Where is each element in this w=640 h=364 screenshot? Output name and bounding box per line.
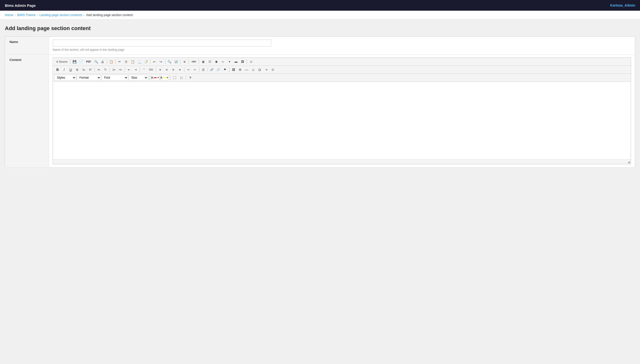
show-blocks-button[interactable]: ▢ — [178, 75, 185, 80]
smiley-button[interactable]: ☺ — [250, 67, 256, 72]
breadcrumb: Home › BIMS Theme › Landing page section… — [0, 11, 640, 20]
sep-r2-4 — [140, 67, 140, 72]
format-dropdown[interactable]: Format — [77, 75, 101, 80]
print-button[interactable]: 🖨 — [100, 59, 106, 64]
horizontal-rule-button[interactable]: — — [244, 67, 250, 72]
topbar: Bims Admin Page Kartoza_Admin — [0, 0, 640, 11]
source-button[interactable]: ⊙ Source — [54, 59, 69, 64]
iframe-button[interactable]: ⊡ — [270, 67, 276, 72]
table-button[interactable]: ⊞ — [237, 67, 243, 72]
outdent-button[interactable]: ⇤ — [126, 67, 132, 72]
editor-area[interactable] — [53, 82, 631, 160]
link-button[interactable]: 🔗 — [209, 67, 215, 72]
sep-dd-3 — [186, 75, 186, 80]
checkbox-button[interactable]: ☑ — [207, 59, 213, 64]
radio-button[interactable]: ◉ — [213, 59, 220, 64]
highlight-button[interactable]: ✏ — [96, 67, 102, 72]
ordered-list-button[interactable]: 1≡ — [111, 67, 117, 72]
unlink-button[interactable]: 🔗 — [215, 67, 222, 72]
templates-button[interactable]: 📋 — [108, 59, 114, 64]
styles-dropdown[interactable]: Styles — [54, 75, 76, 80]
content-input-cell: ⊙ Source 💾 📄 PDF 🔍 🖨 📋 — [49, 54, 635, 168]
blockquote-button[interactable]: " — [141, 67, 147, 72]
superscript-button[interactable]: X² — [87, 67, 94, 72]
content-label: Content — [5, 54, 49, 168]
indent-button[interactable]: ⇥ — [132, 67, 139, 72]
button-field-button[interactable]: ▬ — [233, 59, 239, 64]
replace-button[interactable]: 🔄 — [173, 59, 179, 64]
paste-text-button[interactable]: 📃 — [136, 59, 143, 64]
font-color-a: A — [151, 76, 153, 79]
redo-button[interactable]: ↪ — [158, 59, 164, 64]
undo-button[interactable]: ↩ — [151, 59, 158, 64]
sep-dd-2 — [170, 75, 170, 80]
special-char-button[interactable]: Ω — [257, 67, 263, 72]
toolbar-row-2: B I U S X₂ X² ✏ Tx 1≡ •≡ — [53, 66, 631, 74]
strikethrough-button[interactable]: S — [74, 67, 80, 72]
text-field-button[interactable]: ▭ — [220, 59, 226, 64]
new-document-button[interactable]: 📄 — [78, 59, 84, 64]
font-color-button[interactable]: A ▼ — [151, 75, 160, 80]
bidi-rtl-button[interactable]: ⇐ — [192, 67, 198, 72]
paste-word-button[interactable]: 📝 — [143, 59, 149, 64]
breadcrumb-bims-theme[interactable]: BIMS Theme — [17, 13, 36, 17]
bg-color-button[interactable]: A ▼ — [160, 75, 169, 80]
pdf-button[interactable]: PDF — [85, 59, 93, 64]
save-button[interactable]: 💾 — [71, 59, 78, 64]
sep-dd-1 — [149, 75, 150, 80]
breadcrumb-home[interactable]: Home — [5, 13, 13, 17]
spell-check-button[interactable]: ABC — [190, 59, 198, 64]
language-button[interactable]: 語 — [200, 67, 207, 72]
user-name[interactable]: Kartoza_Admin — [610, 4, 635, 7]
copy-button[interactable]: ⎘ — [123, 59, 129, 64]
font-color-swatch — [154, 78, 157, 78]
italic-button[interactable]: I — [61, 67, 67, 72]
align-center-button[interactable]: ≡ — [164, 67, 170, 72]
select-field-button[interactable]: ▼ — [226, 59, 233, 64]
breadcrumb-sep-2: › — [37, 13, 38, 17]
align-right-button[interactable]: ≡ — [170, 67, 177, 72]
hidden-field-button[interactable]: ⊡ — [248, 59, 254, 64]
editor-container: ⊙ Source 💾 📄 PDF 🔍 🖨 📋 — [53, 58, 631, 164]
toolbar-buttons-row1: ⊙ Source 💾 📄 PDF 🔍 🖨 📋 — [54, 59, 629, 64]
bold-button[interactable]: B — [54, 67, 61, 72]
bg-color-swatch — [163, 78, 166, 78]
sep-4 — [150, 59, 150, 64]
bg-color-a: A — [160, 76, 162, 79]
select-all-button[interactable]: ⊞ — [181, 59, 188, 64]
size-dropdown[interactable]: Size — [129, 75, 148, 80]
toolbar-buttons-row2: B I U S X₂ X² ✏ Tx 1≡ •≡ — [54, 67, 629, 72]
bidi-ltr-button[interactable]: ⇒ — [185, 67, 192, 72]
font-color-arrow[interactable]: ▼ — [157, 76, 159, 79]
image-button-button[interactable]: 🖼 — [239, 59, 246, 64]
sep-3 — [115, 59, 116, 64]
sep-2 — [107, 59, 107, 64]
page-break-button[interactable]: ⇥ — [263, 67, 270, 72]
sep-8 — [199, 59, 199, 64]
div-button[interactable]: DIV — [147, 67, 155, 72]
subscript-button[interactable]: X₂ — [81, 67, 87, 72]
site-title: Bims Admin Page — [5, 4, 36, 8]
align-left-button[interactable]: ≡ — [157, 67, 163, 72]
underline-button[interactable]: U — [68, 67, 74, 72]
maximize-button[interactable]: ⛶ — [171, 75, 178, 80]
form-button[interactable]: ▦ — [200, 59, 206, 64]
unordered-list-button[interactable]: •≡ — [117, 67, 124, 72]
bg-color-arrow[interactable]: ▼ — [166, 76, 169, 79]
cut-button[interactable]: ✂ — [117, 59, 123, 64]
align-justify-button[interactable]: ≡ — [177, 67, 183, 72]
sep-r2-9 — [229, 67, 229, 72]
breadcrumb-landing-page-section-contents[interactable]: Landing page section contents — [39, 13, 82, 17]
name-input[interactable] — [53, 40, 271, 46]
find-button[interactable]: 🔍 — [166, 59, 173, 64]
content-row: Content ⊙ Source 💾 📄 PDF — [5, 54, 635, 168]
preview-button[interactable]: 🔍 — [93, 59, 99, 64]
remove-format-button[interactable]: Tx — [102, 67, 109, 72]
sep-5 — [165, 59, 165, 64]
help-button[interactable]: ? — [187, 75, 194, 80]
paste-button[interactable]: 📋 — [130, 59, 136, 64]
anchor-button[interactable]: ⚑ — [222, 67, 228, 72]
name-hint: Name of the section, will not appear in … — [53, 48, 631, 52]
image-button[interactable]: 🖼 — [230, 67, 237, 72]
font-dropdown[interactable]: Font — [102, 75, 128, 80]
